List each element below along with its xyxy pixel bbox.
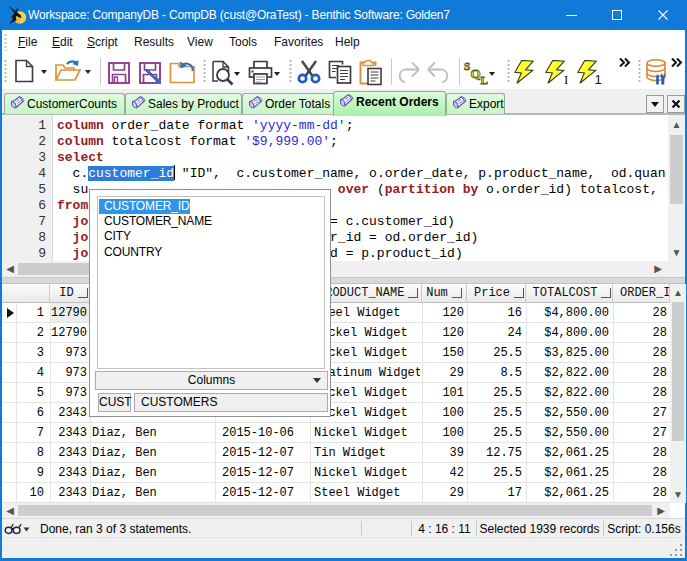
svg-text:1: 1	[595, 72, 602, 85]
svg-text:I: I	[564, 72, 568, 85]
svg-text:S: S	[464, 60, 470, 72]
svg-text:L: L	[481, 74, 488, 86]
svg-text:Q: Q	[471, 66, 481, 81]
